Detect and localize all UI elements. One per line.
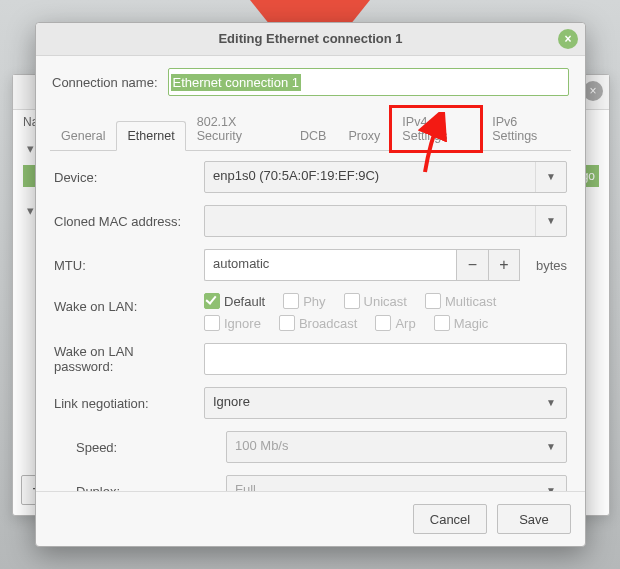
wol-arp-label: Arp — [395, 316, 415, 331]
speed-combo: 100 Mb/s ▼ — [226, 431, 567, 463]
cancel-button[interactable]: Cancel — [413, 504, 487, 534]
mtu-unit: bytes — [536, 258, 567, 273]
wol-ignore-label: Ignore — [224, 316, 261, 331]
wol-default-label: Default — [224, 294, 265, 309]
dialog-title-text: Editing Ethernet connection 1 — [218, 31, 402, 46]
connection-name-input[interactable]: Ethernet connection 1 — [168, 68, 569, 96]
wol-broadcast-checkbox[interactable]: Broadcast — [279, 315, 358, 331]
device-label: Device: — [54, 170, 194, 185]
duplex-value: Full — [235, 482, 256, 491]
device-value: enp1s0 (70:5A:0F:19:EF:9C) — [213, 168, 379, 183]
link-negotiation-combo[interactable]: Ignore ▼ — [204, 387, 567, 419]
speed-label: Speed: — [54, 440, 216, 455]
tab-ethernet[interactable]: Ethernet — [116, 121, 185, 151]
ethernet-form: Device: enp1s0 (70:5A:0F:19:EF:9C) ▼ Clo… — [52, 151, 569, 491]
chevron-down-icon: ▼ — [535, 206, 566, 236]
wol-label: Wake on LAN: — [54, 293, 194, 314]
mtu-value[interactable]: automatic — [204, 249, 456, 281]
mtu-spinner[interactable]: automatic − + — [204, 249, 520, 281]
duplex-combo: Full ▼ — [226, 475, 567, 491]
mtu-increment-button[interactable]: + — [488, 249, 520, 281]
wol-unicast-label: Unicast — [364, 294, 407, 309]
duplex-label: Duplex: — [54, 484, 216, 492]
wol-multicast-checkbox[interactable]: Multicast — [425, 293, 496, 309]
mtu-label: MTU: — [54, 258, 194, 273]
tab-ipv4[interactable]: IPv4 Settings — [391, 107, 481, 151]
tab-bar: General Ethernet 802.1X Security DCB Pro… — [50, 106, 571, 151]
speed-value: 100 Mb/s — [235, 438, 288, 453]
wol-arp-checkbox[interactable]: Arp — [375, 315, 415, 331]
wol-password-label: Wake on LAN password: — [54, 344, 194, 374]
close-icon[interactable]: × — [583, 81, 603, 101]
wol-magic-checkbox[interactable]: Magic — [434, 315, 489, 331]
wol-broadcast-label: Broadcast — [299, 316, 358, 331]
wol-multicast-label: Multicast — [445, 294, 496, 309]
link-negotiation-value: Ignore — [213, 394, 250, 409]
connection-name-value: Ethernet connection 1 — [171, 74, 301, 91]
close-icon[interactable]: × — [558, 29, 578, 49]
mtu-decrement-button[interactable]: − — [456, 249, 488, 281]
tab-ipv6[interactable]: IPv6 Settings — [481, 107, 571, 151]
cloned-mac-combo[interactable]: ▼ — [204, 205, 567, 237]
chevron-down-icon: ▼ — [536, 476, 566, 491]
cloned-mac-label: Cloned MAC address: — [54, 214, 194, 229]
link-negotiation-label: Link negotiation: — [54, 396, 194, 411]
wol-magic-label: Magic — [454, 316, 489, 331]
dialog-title: Editing Ethernet connection 1 × — [36, 23, 585, 56]
connection-name-label: Connection name: — [52, 75, 158, 90]
edit-connection-dialog: Editing Ethernet connection 1 × Connecti… — [35, 22, 586, 547]
device-combo[interactable]: enp1s0 (70:5A:0F:19:EF:9C) ▼ — [204, 161, 567, 193]
connection-name-row: Connection name: Ethernet connection 1 — [52, 68, 569, 96]
dialog-body: Connection name: Ethernet connection 1 G… — [36, 56, 585, 491]
wol-options: Default Phy Unicast Multicast Ignore Bro… — [204, 293, 567, 331]
chevron-down-icon: ▼ — [536, 388, 566, 418]
tab-proxy[interactable]: Proxy — [337, 121, 391, 151]
wol-unicast-checkbox[interactable]: Unicast — [344, 293, 407, 309]
wol-password-input[interactable] — [204, 343, 567, 375]
wol-phy-label: Phy — [303, 294, 325, 309]
tab-security[interactable]: 802.1X Security — [186, 107, 289, 151]
tab-general[interactable]: General — [50, 121, 116, 151]
wol-default-checkbox[interactable]: Default — [204, 293, 265, 309]
save-button[interactable]: Save — [497, 504, 571, 534]
wol-ignore-checkbox[interactable]: Ignore — [204, 315, 261, 331]
tab-dcb[interactable]: DCB — [289, 121, 337, 151]
wol-phy-checkbox[interactable]: Phy — [283, 293, 325, 309]
chevron-down-icon: ▼ — [535, 162, 566, 192]
dialog-footer: Cancel Save — [36, 491, 585, 546]
chevron-down-icon: ▼ — [536, 432, 566, 462]
